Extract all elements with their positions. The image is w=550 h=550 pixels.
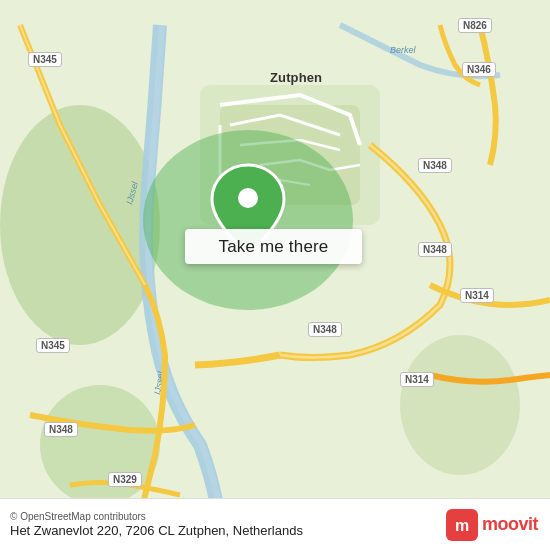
moovit-logo: m moovit [446, 509, 538, 541]
road-label-n348-right-top: N348 [418, 158, 452, 173]
city-label: Zutphen [270, 70, 322, 85]
svg-text:Berkel: Berkel [390, 45, 417, 55]
svg-text:m: m [455, 517, 469, 534]
map-container: IJssel IJssel Berkel [0, 0, 550, 550]
moovit-icon: m [446, 509, 478, 541]
road-label-n314-right: N314 [460, 288, 494, 303]
address-text: Het Zwanevlot 220, 7206 CL Zutphen, Neth… [10, 523, 303, 538]
svg-point-5 [400, 335, 520, 475]
road-label-n826: N826 [458, 18, 492, 33]
svg-point-11 [238, 188, 258, 208]
bottom-bar: © OpenStreetMap contributors Het Zwanevl… [0, 498, 550, 550]
road-label-n348-right-mid: N348 [418, 242, 452, 257]
road-label-n348-left: N348 [44, 422, 78, 437]
road-label-n345-left: N345 [36, 338, 70, 353]
road-label-n329: N329 [108, 472, 142, 487]
road-label-n314-bottom: N314 [400, 372, 434, 387]
copyright-text: © OpenStreetMap contributors [10, 511, 303, 522]
take-me-there-button[interactable]: Take me there [185, 229, 362, 264]
road-label-n348-bottom: N348 [308, 322, 342, 337]
road-label-n346: N346 [462, 62, 496, 77]
bottom-bar-info: © OpenStreetMap contributors Het Zwanevl… [10, 511, 303, 538]
svg-point-3 [0, 105, 160, 345]
moovit-brand-text: moovit [482, 514, 538, 535]
road-label-n345-top: N345 [28, 52, 62, 67]
